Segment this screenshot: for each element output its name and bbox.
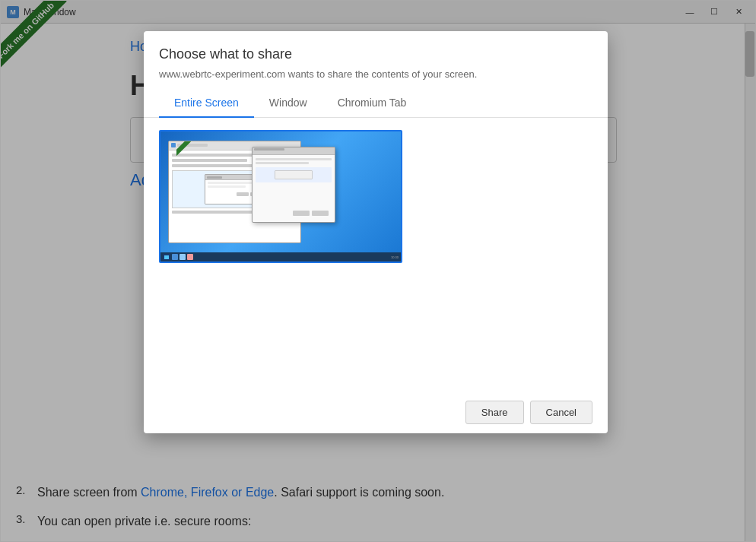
- dialog-tabs: Entire Screen Window Chromium Tab: [144, 89, 608, 118]
- tab-chromium-tab[interactable]: Chromium Tab: [322, 89, 422, 118]
- share-dialog: Choose what to share www.webrtc-experime…: [144, 31, 608, 433]
- cancel-button[interactable]: Cancel: [530, 401, 592, 424]
- tab-entire-screen[interactable]: Entire Screen: [159, 89, 254, 118]
- preview-area: 10:30: [144, 118, 608, 391]
- thumb-ribbon: [176, 141, 192, 157]
- dialog-header: Choose what to share www.webrtc-experime…: [144, 31, 608, 80]
- tab-window[interactable]: Window: [254, 89, 322, 118]
- thumb-background: 10:30: [160, 132, 401, 261]
- thumb-taskbar: 10:30: [160, 252, 401, 261]
- screen-thumb-inner: 10:30: [160, 132, 401, 261]
- thumb-dialog-btns: [293, 211, 329, 216]
- main-window: M MainWindow — ☐ ✕ Fork me on GitHub Ho …: [0, 0, 756, 542]
- dialog-footer: Share Cancel: [144, 391, 608, 433]
- thumb-window-2: [252, 147, 335, 223]
- share-button[interactable]: Share: [465, 401, 524, 424]
- dialog-title: Choose what to share: [159, 46, 592, 62]
- screen-thumbnail[interactable]: 10:30: [159, 130, 402, 263]
- thumb-win2-title: [253, 147, 335, 155]
- dialog-subtitle: www.webrtc-experiment.com wants to share…: [159, 68, 592, 80]
